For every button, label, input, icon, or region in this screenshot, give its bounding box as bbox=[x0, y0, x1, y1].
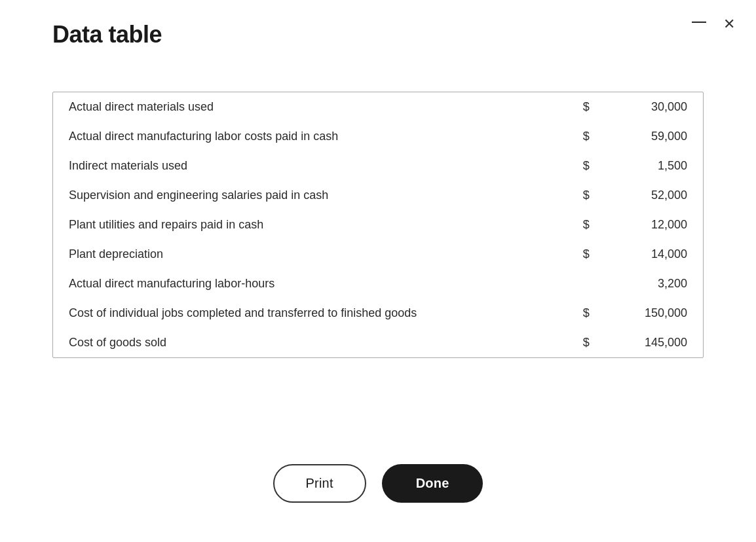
table-cell-dollar: $ bbox=[559, 92, 595, 122]
table-cell-value: 145,000 bbox=[595, 328, 703, 357]
table-cell-label: Plant depreciation bbox=[53, 240, 559, 269]
table-cell-value: 3,200 bbox=[595, 269, 703, 298]
table-cell-value: 30,000 bbox=[595, 92, 703, 122]
done-button[interactable]: Done bbox=[382, 464, 483, 503]
minimize-button[interactable]: — bbox=[689, 12, 709, 37]
data-table-container: Actual direct materials used$30,000Actua… bbox=[52, 92, 704, 358]
table-cell-label: Plant utilities and repairs paid in cash bbox=[53, 210, 559, 240]
table-row: Actual direct manufacturing labor costs … bbox=[53, 122, 703, 151]
table-cell-label: Supervision and engineering salaries pai… bbox=[53, 181, 559, 210]
table-cell-value: 12,000 bbox=[595, 210, 703, 240]
table-cell-dollar: $ bbox=[559, 240, 595, 269]
table-row: Actual direct materials used$30,000 bbox=[53, 92, 703, 122]
close-button[interactable]: ✕ bbox=[721, 14, 738, 34]
table-cell-dollar bbox=[559, 269, 595, 298]
table-cell-dollar: $ bbox=[559, 298, 595, 328]
table-cell-label: Cost of individual jobs completed and tr… bbox=[53, 298, 559, 328]
table-cell-label: Actual direct manufacturing labor-hours bbox=[53, 269, 559, 298]
table-cell-dollar: $ bbox=[559, 122, 595, 151]
table-cell-value: 150,000 bbox=[595, 298, 703, 328]
table-row: Actual direct manufacturing labor-hours3… bbox=[53, 269, 703, 298]
table-cell-value: 52,000 bbox=[595, 181, 703, 210]
print-button[interactable]: Print bbox=[273, 464, 366, 503]
table-row: Plant utilities and repairs paid in cash… bbox=[53, 210, 703, 240]
table-cell-dollar: $ bbox=[559, 151, 595, 181]
table-cell-value: 1,500 bbox=[595, 151, 703, 181]
table-cell-label: Actual direct manufacturing labor costs … bbox=[53, 122, 559, 151]
table-cell-dollar: $ bbox=[559, 328, 595, 357]
minimize-icon: — bbox=[692, 14, 706, 29]
table-cell-dollar: $ bbox=[559, 181, 595, 210]
table-row: Indirect materials used$1,500 bbox=[53, 151, 703, 181]
page-title: Data table bbox=[52, 21, 162, 48]
table-cell-label: Actual direct materials used bbox=[53, 92, 559, 122]
table-cell-label: Cost of goods sold bbox=[53, 328, 559, 357]
footer-buttons: Print Done bbox=[0, 464, 756, 503]
data-table: Actual direct materials used$30,000Actua… bbox=[53, 92, 703, 357]
window-controls: — ✕ bbox=[689, 12, 738, 37]
close-icon: ✕ bbox=[723, 16, 735, 32]
table-row: Cost of goods sold$145,000 bbox=[53, 328, 703, 357]
table-cell-label: Indirect materials used bbox=[53, 151, 559, 181]
table-cell-value: 14,000 bbox=[595, 240, 703, 269]
table-cell-dollar: $ bbox=[559, 210, 595, 240]
table-row: Cost of individual jobs completed and tr… bbox=[53, 298, 703, 328]
table-row: Supervision and engineering salaries pai… bbox=[53, 181, 703, 210]
table-row: Plant depreciation$14,000 bbox=[53, 240, 703, 269]
table-cell-value: 59,000 bbox=[595, 122, 703, 151]
